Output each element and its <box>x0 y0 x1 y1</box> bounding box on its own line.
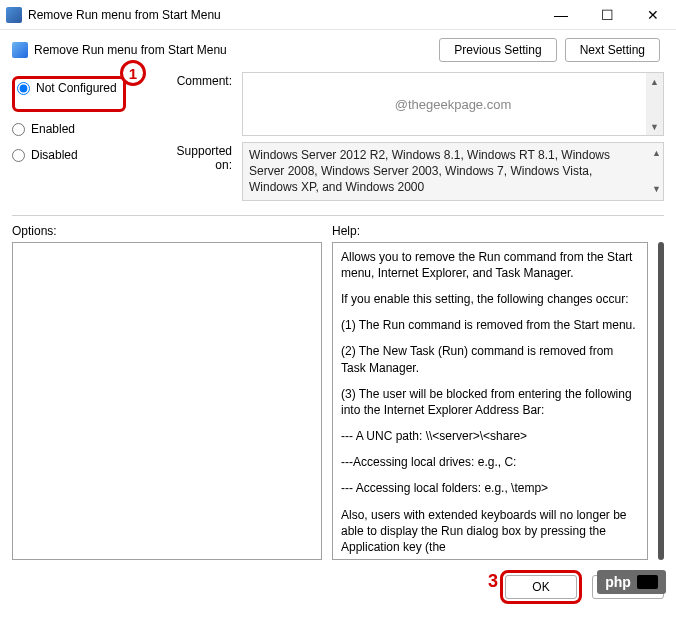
help-text: --- A UNC path: \\<server>\<share> <box>341 428 639 444</box>
app-icon <box>6 7 22 23</box>
titlebar: Remove Run menu from Start Menu — ☐ ✕ <box>0 0 676 30</box>
help-pane[interactable]: Allows you to remove the Run command fro… <box>332 242 648 560</box>
supported-scroll-down-icon[interactable]: ▼ <box>652 181 661 198</box>
options-pane <box>12 242 322 560</box>
content-area: Remove Run menu from Start Menu Previous… <box>0 30 676 560</box>
header-row: Remove Run menu from Start Menu Previous… <box>12 38 664 62</box>
nav-buttons: Previous Setting Next Setting <box>439 38 660 62</box>
comment-label: Comment: <box>162 72 242 136</box>
php-badge-text: php <box>605 574 631 590</box>
close-button[interactable]: ✕ <box>630 0 676 30</box>
window-controls: — ☐ ✕ <box>538 0 676 30</box>
radio-enabled-input[interactable] <box>12 123 25 136</box>
help-text: Allows you to remove the Run command fro… <box>341 249 639 281</box>
supported-text: Windows Server 2012 R2, Windows 8.1, Win… <box>249 148 610 194</box>
highlight-not-configured: Not Configured <box>12 76 126 112</box>
panes: Allows you to remove the Run command fro… <box>12 242 664 560</box>
ok-button[interactable]: OK <box>505 575 577 599</box>
help-text: (3) The user will be blocked from enteri… <box>341 386 639 418</box>
radio-not-configured-input[interactable] <box>17 82 30 95</box>
policy-icon <box>12 42 28 58</box>
supported-row: Supported on: Windows Server 2012 R2, Wi… <box>162 142 664 201</box>
radio-disabled[interactable]: Disabled <box>12 148 162 162</box>
fields-column: Comment: @thegeekpage.com ▲ ▼ Supported … <box>162 72 664 207</box>
php-badge: php <box>597 570 666 594</box>
help-text: ---Accessing local drives: e.g., C: <box>341 454 639 470</box>
help-text: Also, users with extended keyboards will… <box>341 507 639 556</box>
callout-3: 3 <box>480 568 506 594</box>
help-text: If you enable this setting, the followin… <box>341 291 639 307</box>
help-label: Help: <box>332 224 360 238</box>
window-title: Remove Run menu from Start Menu <box>28 8 538 22</box>
help-text: (2) The New Task (Run) command is remove… <box>341 343 639 375</box>
supported-scroll-up-icon[interactable]: ▲ <box>652 145 661 162</box>
scroll-down-icon[interactable]: ▼ <box>646 118 663 135</box>
page-scrollbar[interactable] <box>658 242 664 560</box>
radio-disabled-label: Disabled <box>31 148 78 162</box>
minimize-button[interactable]: — <box>538 0 584 30</box>
radio-enabled-label: Enabled <box>31 122 75 136</box>
php-badge-black <box>637 575 658 589</box>
help-text: (1) The Run command is removed from the … <box>341 317 639 333</box>
highlight-ok: OK <box>500 570 582 604</box>
comment-row: Comment: @thegeekpage.com ▲ ▼ <box>162 72 664 136</box>
radio-disabled-input[interactable] <box>12 149 25 162</box>
next-setting-button[interactable]: Next Setting <box>565 38 660 62</box>
policy-title: Remove Run menu from Start Menu <box>34 43 439 57</box>
options-label: Options: <box>12 224 332 238</box>
previous-setting-button[interactable]: Previous Setting <box>439 38 556 62</box>
divider <box>12 215 664 216</box>
top-section: Not Configured Enabled Disabled Comment:… <box>12 72 664 207</box>
mid-labels: Options: Help: <box>12 224 664 238</box>
supported-on-box: Windows Server 2012 R2, Windows 8.1, Win… <box>242 142 664 201</box>
comment-scrollbar[interactable]: ▲ ▼ <box>646 73 663 135</box>
scroll-up-icon[interactable]: ▲ <box>646 73 663 90</box>
comment-textarea[interactable]: @thegeekpage.com ▲ ▼ <box>242 72 664 136</box>
radio-not-configured-label: Not Configured <box>36 81 117 95</box>
state-radios: Not Configured Enabled Disabled <box>12 72 162 207</box>
comment-watermark: @thegeekpage.com <box>395 97 512 112</box>
supported-label: Supported on: <box>162 142 242 201</box>
callout-1: 1 <box>120 60 146 86</box>
maximize-button[interactable]: ☐ <box>584 0 630 30</box>
footer: OK Cancel php <box>0 560 676 604</box>
help-text: --- Accessing local folders: e.g., \temp… <box>341 480 639 496</box>
radio-enabled[interactable]: Enabled <box>12 122 162 136</box>
radio-not-configured[interactable]: Not Configured <box>17 81 117 95</box>
